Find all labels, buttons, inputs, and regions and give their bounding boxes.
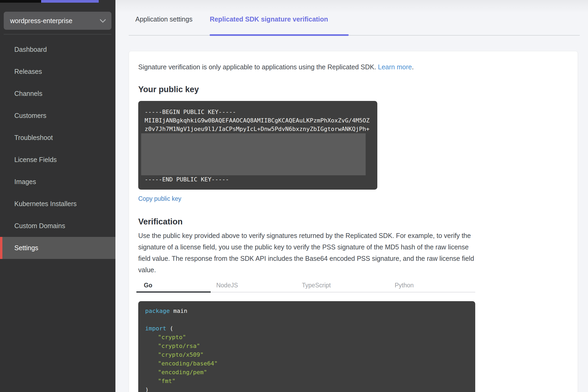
code-import: "crypto/rsa" xyxy=(145,342,475,350)
intro-suffix: . xyxy=(412,63,414,71)
settings-tab-bar: Application settings Replicated SDK sign… xyxy=(115,0,588,35)
intro-text: Signature verification is only applicabl… xyxy=(138,62,578,71)
learn-more-link[interactable]: Learn more xyxy=(378,63,412,71)
sidebar-item-customers[interactable]: Customers xyxy=(0,105,115,127)
code-import: "encoding/pem" xyxy=(145,368,475,377)
sidebar-item-releases[interactable]: Releases xyxy=(0,61,115,83)
sidebar-item-dashboard[interactable]: Dashboard xyxy=(0,39,115,61)
sidebar-item-kubernetes-installers[interactable]: Kubernetes Installers xyxy=(0,193,115,215)
sidebar-nav: Dashboard Releases Channels Customers Tr… xyxy=(0,39,115,259)
sidebar-item-troubleshoot[interactable]: Troubleshoot xyxy=(0,127,115,149)
code-import: "fmt" xyxy=(145,377,475,385)
key-body-line: MIIBIjANBgkqhkiG9w0BAQEFAAOCAQ8AMIIBCgKC… xyxy=(145,116,371,125)
app-selector-label: wordpress-enterprise xyxy=(10,17,72,25)
public-key-textarea[interactable]: -----BEGIN PUBLIC KEY----- MIIBIjANBgkqh… xyxy=(138,101,377,190)
verification-heading: Verification xyxy=(138,217,578,227)
intro-prefix: Signature verification is only applicabl… xyxy=(138,63,378,71)
code-keyword: package xyxy=(145,308,170,314)
sidebar-item-images[interactable]: Images xyxy=(0,171,115,193)
window-chrome-accent-strip xyxy=(41,0,99,3)
sidebar-item-channels[interactable]: Channels xyxy=(0,83,115,105)
tab-go[interactable]: Go xyxy=(144,282,152,289)
content-card: Signature verification is only applicabl… xyxy=(129,51,578,392)
code-line: import ( xyxy=(145,324,475,333)
main-content: Application settings Replicated SDK sign… xyxy=(115,0,588,392)
tab-nodejs[interactable]: NodeJS xyxy=(216,282,238,289)
selected-key-region xyxy=(141,133,366,175)
sidebar-item-license-fields[interactable]: License Fields xyxy=(0,149,115,171)
active-language-indicator xyxy=(136,291,211,293)
code-language-tab-bar: Go NodeJS TypeScript Python xyxy=(138,279,475,292)
tab-application-settings[interactable]: Application settings xyxy=(135,15,192,35)
code-import: "crypto" xyxy=(145,333,475,342)
app-selector-dropdown[interactable]: wordpress-enterprise xyxy=(4,12,111,30)
tab-typescript[interactable]: TypeScript xyxy=(302,282,331,289)
code-line: ) xyxy=(145,385,475,392)
code-keyword: import xyxy=(145,325,166,332)
tab-bar-divider xyxy=(129,35,580,36)
key-begin-line: -----BEGIN PUBLIC KEY----- xyxy=(145,108,371,116)
active-tab-indicator xyxy=(210,34,349,36)
key-end-line: -----END PUBLIC KEY----- xyxy=(145,175,371,184)
code-line: package main xyxy=(145,306,475,315)
sidebar-divider xyxy=(4,34,111,35)
code-import: "encoding/base64" xyxy=(145,359,475,368)
go-code-sample: package main import ( "crypto" "crypto/r… xyxy=(138,301,475,392)
tab-replicated-sdk-signature-verification[interactable]: Replicated SDK signature verification xyxy=(210,15,328,35)
public-key-heading: Your public key xyxy=(138,85,578,94)
window-chrome-strip xyxy=(0,0,41,3)
copy-public-key-link[interactable]: Copy public key xyxy=(138,195,181,202)
page: wordpress-enterprise Dashboard Releases … xyxy=(0,0,588,392)
sidebar: wordpress-enterprise Dashboard Releases … xyxy=(0,0,115,392)
code-import: "crypto/x509" xyxy=(145,350,475,359)
key-body-line: z0v7Jh7M1NgV1joeu9l1/IaCPsMpyIcL+Dnw5Pdv… xyxy=(145,125,371,133)
chevron-down-icon xyxy=(100,16,106,23)
sidebar-item-custom-domains[interactable]: Custom Domains xyxy=(0,215,115,237)
verification-description: Use the public key provided above to ver… xyxy=(138,230,478,276)
tab-python[interactable]: Python xyxy=(395,282,414,289)
sidebar-item-settings[interactable]: Settings xyxy=(0,237,115,259)
